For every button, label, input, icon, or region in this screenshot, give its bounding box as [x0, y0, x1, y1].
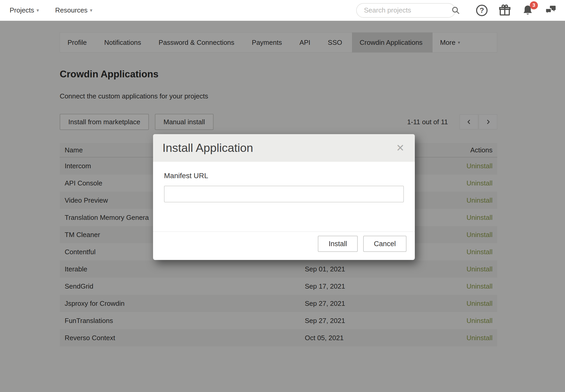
- gifts-button[interactable]: [497, 2, 513, 18]
- manifest-url-label: Manifest URL: [164, 172, 404, 180]
- modal-footer: Install Cancel: [153, 232, 415, 260]
- top-navbar: Projects ▾ Resources ▾ ?: [0, 0, 565, 21]
- notification-badge: 3: [530, 1, 538, 9]
- install-application-modal: Install Application ✕ Manifest URL Insta…: [153, 134, 415, 260]
- modal-body: Manifest URL: [153, 162, 415, 232]
- search-input[interactable]: [364, 6, 451, 14]
- help-icon: ?: [476, 5, 488, 16]
- modal-header: Install Application ✕: [153, 134, 415, 162]
- projects-menu[interactable]: Projects ▾: [10, 6, 39, 14]
- cancel-button[interactable]: Cancel: [363, 236, 406, 252]
- close-icon[interactable]: ✕: [395, 142, 405, 154]
- manifest-url-input[interactable]: [164, 186, 404, 202]
- messages-button[interactable]: [543, 2, 559, 18]
- resources-menu[interactable]: Resources ▾: [55, 6, 92, 14]
- install-button[interactable]: Install: [318, 236, 358, 252]
- projects-menu-label: Projects: [10, 6, 34, 14]
- search-box[interactable]: [356, 3, 455, 18]
- modal-title: Install Application: [162, 141, 395, 155]
- chevron-down-icon: ▾: [37, 8, 39, 13]
- gift-icon: [498, 4, 512, 17]
- chevron-down-icon: ▾: [90, 8, 93, 13]
- help-button[interactable]: ?: [474, 2, 490, 18]
- chat-icon: [544, 4, 557, 17]
- resources-menu-label: Resources: [55, 6, 87, 14]
- notifications-button[interactable]: 3: [520, 2, 536, 18]
- search-icon: [451, 6, 460, 15]
